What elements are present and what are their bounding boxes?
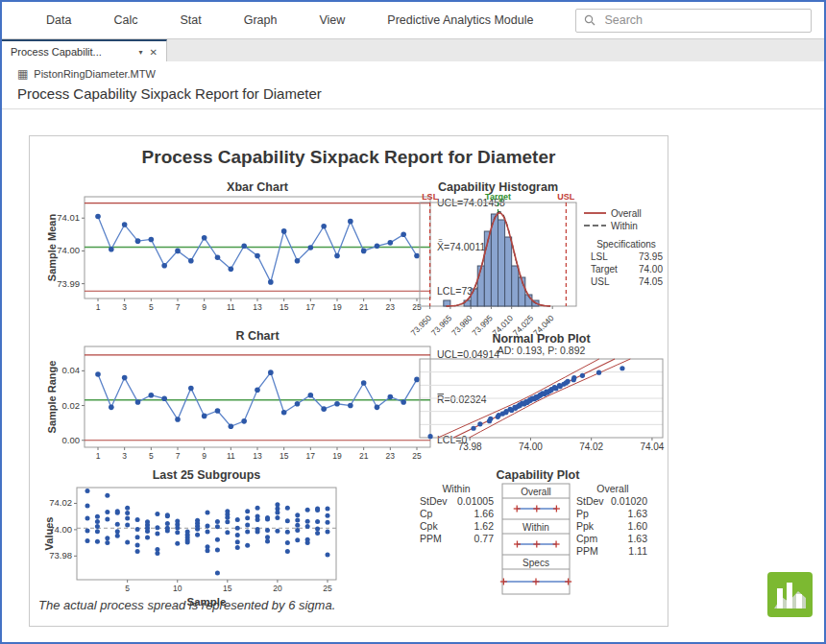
svg-text:0.77: 0.77 bbox=[474, 533, 495, 544]
svg-text:20: 20 bbox=[273, 584, 282, 593]
assistant-icon-bar1 bbox=[777, 588, 783, 608]
svg-text:5: 5 bbox=[149, 451, 154, 461]
menu-item-predictive-analytics-module[interactable]: Predictive Analytics Module bbox=[387, 13, 533, 27]
svg-text:17: 17 bbox=[306, 451, 316, 461]
chevron-down-icon[interactable]: ▾ bbox=[139, 48, 143, 57]
svg-text:7: 7 bbox=[176, 302, 181, 312]
svg-text:PPM: PPM bbox=[576, 545, 598, 557]
svg-text:1: 1 bbox=[96, 451, 101, 461]
assistant-icon-bar2 bbox=[787, 583, 792, 608]
svg-text:Cpm: Cpm bbox=[576, 533, 597, 544]
svg-text:73.98: 73.98 bbox=[458, 441, 482, 452]
svg-text:74.00: 74.00 bbox=[519, 441, 543, 452]
svg-text:1.62: 1.62 bbox=[474, 520, 495, 532]
svg-text:0.04: 0.04 bbox=[62, 365, 81, 375]
assistant-icon-bar3 bbox=[796, 594, 802, 608]
assistant-chart-icon[interactable] bbox=[767, 572, 813, 617]
menu-item-calc[interactable]: Calc bbox=[113, 13, 137, 27]
svg-text:21: 21 bbox=[359, 302, 369, 312]
menu-item-graph[interactable]: Graph bbox=[244, 13, 278, 27]
report-graph-canvas: Xbar Chart74.0174.0073.99135791113151719… bbox=[30, 136, 668, 626]
svg-text:17: 17 bbox=[306, 302, 316, 312]
svg-text:7: 7 bbox=[176, 451, 181, 461]
svg-text:PPM: PPM bbox=[420, 533, 442, 544]
svg-text:Overall: Overall bbox=[521, 487, 551, 497]
tab-label: Process Capabilit... bbox=[11, 46, 133, 58]
worksheet-name: PistonRingDiameter.MTW bbox=[34, 68, 156, 80]
svg-text:74.00: 74.00 bbox=[639, 264, 663, 274]
divider bbox=[2, 108, 824, 109]
svg-text:0.01005: 0.01005 bbox=[457, 495, 494, 507]
svg-text:1.63: 1.63 bbox=[628, 533, 648, 544]
close-icon[interactable]: ✕ bbox=[150, 47, 158, 58]
svg-text:1.11: 1.11 bbox=[628, 545, 647, 557]
svg-text:73.995: 73.995 bbox=[470, 313, 495, 338]
svg-text:Target: Target bbox=[591, 264, 618, 274]
svg-text:73.950: 73.950 bbox=[409, 313, 434, 338]
svg-text:Specifications: Specifications bbox=[596, 239, 656, 250]
svg-text:0.02: 0.02 bbox=[62, 400, 81, 411]
search-input[interactable] bbox=[602, 12, 803, 28]
menu-bar: DataCalcStatGraphViewPredictive Analytic… bbox=[2, 2, 824, 38]
svg-text:19: 19 bbox=[332, 451, 342, 461]
svg-text:LSL: LSL bbox=[591, 251, 608, 262]
svg-text:73.98: 73.98 bbox=[49, 550, 72, 561]
svg-text:Target: Target bbox=[485, 192, 511, 202]
svg-text:StDev: StDev bbox=[576, 495, 604, 507]
svg-text:=: = bbox=[438, 236, 443, 245]
svg-text:1.63: 1.63 bbox=[628, 508, 648, 519]
svg-text:Overall: Overall bbox=[596, 483, 628, 494]
svg-text:StDev: StDev bbox=[420, 495, 448, 507]
search-icon bbox=[584, 14, 595, 26]
svg-text:74.00: 74.00 bbox=[57, 245, 80, 255]
tab-bar: Process Capabilit... ▾ ✕ bbox=[2, 38, 824, 61]
svg-text:0.00: 0.00 bbox=[62, 435, 81, 445]
search-box[interactable] bbox=[575, 9, 812, 33]
svg-text:Overall: Overall bbox=[611, 208, 642, 219]
svg-text:Values: Values bbox=[43, 517, 55, 551]
svg-text:3: 3 bbox=[122, 302, 127, 312]
svg-text:Xbar Chart: Xbar Chart bbox=[227, 180, 289, 194]
output-pane: ▦ PistonRingDiameter.MTW Process Capabil… bbox=[2, 61, 824, 642]
svg-text:Within: Within bbox=[611, 221, 638, 231]
menu-item-view[interactable]: View bbox=[319, 13, 345, 27]
svg-text:15: 15 bbox=[223, 584, 232, 593]
menu-item-stat[interactable]: Stat bbox=[180, 13, 201, 27]
svg-text:73.95: 73.95 bbox=[639, 251, 663, 262]
svg-text:5: 5 bbox=[149, 302, 154, 312]
output-heading: Process Capability Sixpack Report for Di… bbox=[17, 85, 322, 102]
svg-text:Cp: Cp bbox=[420, 508, 433, 519]
svg-text:19: 19 bbox=[332, 302, 342, 312]
app-window: DataCalcStatGraphViewPredictive Analytic… bbox=[0, 0, 826, 644]
sixpack-graph[interactable]: Process Capability Sixpack Report for Di… bbox=[29, 135, 668, 627]
svg-text:AD: 0.193, P: 0.892: AD: 0.193, P: 0.892 bbox=[498, 345, 586, 356]
svg-text:74.01: 74.01 bbox=[57, 212, 80, 223]
svg-text:Capability Plot: Capability Plot bbox=[497, 468, 581, 482]
svg-text:1.66: 1.66 bbox=[474, 508, 495, 519]
svg-text:Within: Within bbox=[442, 483, 470, 494]
svg-text:USL: USL bbox=[591, 276, 610, 287]
svg-text:25: 25 bbox=[412, 451, 422, 461]
svg-text:Sample Mean: Sample Mean bbox=[46, 214, 58, 282]
svg-text:25: 25 bbox=[412, 302, 422, 312]
svg-text:Last 25 Subgroups: Last 25 Subgroups bbox=[153, 468, 261, 482]
menu-item-data[interactable]: Data bbox=[46, 13, 71, 27]
svg-text:Cpk: Cpk bbox=[420, 520, 438, 532]
svg-text:74.02: 74.02 bbox=[579, 441, 603, 452]
svg-text:73.99: 73.99 bbox=[57, 278, 80, 289]
svg-text:R Chart: R Chart bbox=[235, 329, 279, 343]
svg-text:74.04: 74.04 bbox=[640, 441, 664, 452]
svg-text:25: 25 bbox=[323, 584, 332, 593]
svg-text:X=74.00118: X=74.00118 bbox=[437, 241, 491, 252]
svg-text:9: 9 bbox=[202, 302, 206, 312]
svg-text:73.980: 73.980 bbox=[449, 313, 474, 338]
tab-process-capability[interactable]: Process Capabilit... ▾ ✕ bbox=[2, 39, 167, 62]
svg-text:LSL: LSL bbox=[422, 192, 439, 202]
svg-text:13: 13 bbox=[253, 302, 262, 312]
worksheet-grid-icon: ▦ bbox=[17, 68, 28, 80]
svg-text:73.965: 73.965 bbox=[429, 313, 454, 338]
worksheet-link[interactable]: ▦ PistonRingDiameter.MTW bbox=[17, 68, 156, 80]
svg-text:21: 21 bbox=[359, 451, 369, 461]
svg-text:74.02: 74.02 bbox=[49, 497, 72, 508]
svg-text:11: 11 bbox=[227, 451, 235, 461]
